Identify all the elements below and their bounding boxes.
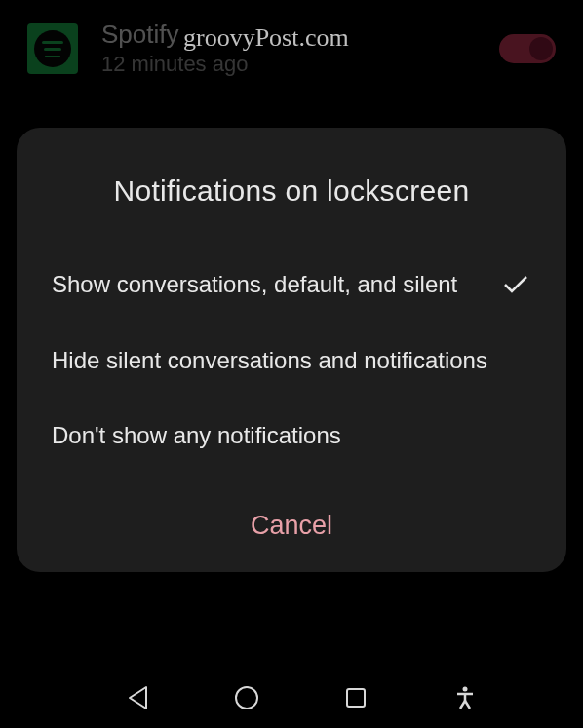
- notification-timestamp: 12 minutes ago: [101, 52, 499, 77]
- svg-line-6: [460, 701, 465, 709]
- watermark-text: groovyPost.com: [183, 23, 349, 53]
- home-icon[interactable]: [229, 680, 264, 715]
- svg-line-7: [465, 701, 470, 709]
- lockscreen-notifications-dialog: Notifications on lockscreen Show convers…: [17, 128, 566, 572]
- android-nav-bar: [0, 668, 583, 728]
- option-label: Don't show any notifications: [52, 419, 531, 452]
- svg-marker-0: [130, 687, 146, 709]
- cancel-button[interactable]: Cancel: [17, 474, 566, 572]
- back-icon[interactable]: [120, 680, 155, 715]
- spotify-icon: [27, 23, 78, 74]
- option-label: Show conversations, default, and silent: [52, 268, 500, 301]
- option-label: Hide silent conversations and notificati…: [52, 344, 531, 377]
- notification-toggle[interactable]: [499, 34, 556, 63]
- recents-icon[interactable]: [338, 680, 373, 715]
- dialog-title: Notifications on lockscreen: [17, 128, 566, 247]
- checkmark-icon: [500, 269, 531, 300]
- option-show-all[interactable]: Show conversations, default, and silent: [52, 247, 531, 323]
- svg-point-1: [236, 687, 257, 709]
- option-dont-show[interactable]: Don't show any notifications: [52, 398, 531, 474]
- svg-point-3: [463, 687, 468, 692]
- dialog-options-list: Show conversations, default, and silent …: [17, 247, 566, 474]
- accessibility-icon[interactable]: [447, 680, 483, 715]
- svg-rect-2: [347, 689, 365, 707]
- option-hide-silent[interactable]: Hide silent conversations and notificati…: [52, 323, 531, 399]
